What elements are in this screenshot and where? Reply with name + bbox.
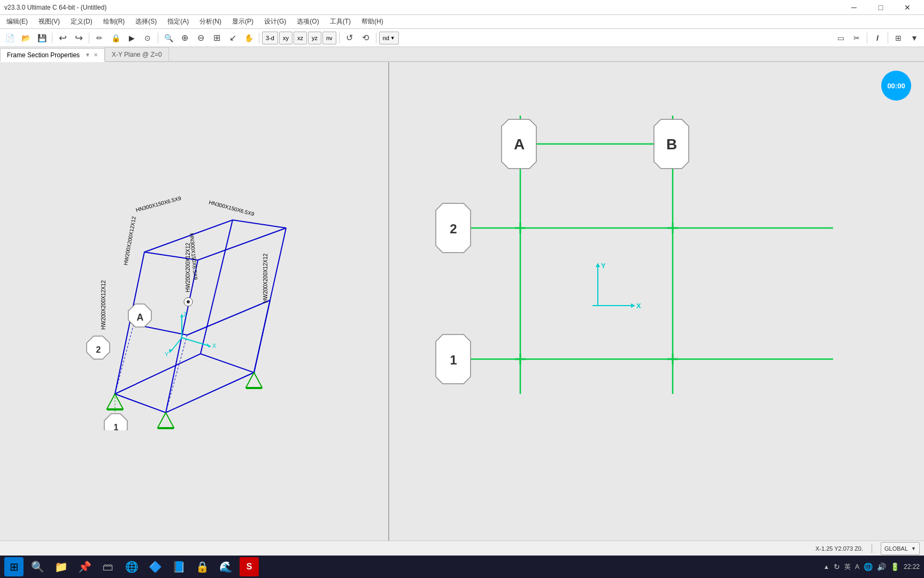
menu-analyze[interactable]: 分析(N) [194, 15, 227, 29]
undo-button[interactable]: ↩ [55, 31, 70, 45]
tray-network-icon[interactable]: 🌐 [864, 562, 873, 571]
play-button[interactable]: ▶ [124, 31, 139, 45]
svg-text:A: A [514, 136, 525, 153]
app2-button[interactable]: 🔒 [192, 557, 212, 576]
coordinates: X-1.25 Y2.073 Z0. [815, 545, 863, 552]
app3-button[interactable]: 🌊 [216, 557, 235, 576]
pan-button[interactable]: ✋ [241, 31, 256, 45]
menu-bar: 编辑(E) 视图(V) 定义(D) 绘制(R) 选择(S) 指定(A) 分析(N… [0, 15, 924, 29]
timer-label: 00:00 [887, 82, 905, 90]
tray-battery-icon[interactable]: 🔋 [890, 562, 899, 571]
svg-text:X: X [636, 302, 641, 310]
lock-button[interactable]: 🔒 [108, 31, 123, 45]
menu-tools[interactable]: 工具(T) [325, 15, 356, 29]
separator-1 [52, 33, 52, 43]
xy-plane-drawing: A B 2 1 Y X [389, 62, 924, 430]
rotate-right-button[interactable]: ⟲ [358, 31, 373, 45]
pin-button[interactable]: 📌 [75, 557, 94, 576]
rotate-left-button[interactable]: ↺ [342, 31, 357, 45]
toolbar: 📄 📂 💾 ↩ ↪ ✏ 🔒 ▶ ⊙ 🔍 ⊕ ⊖ ⊞ ↙ ✋ 3-d xy xz … [0, 29, 924, 47]
open-button[interactable]: 📂 [18, 31, 33, 45]
save-button[interactable]: 💾 [34, 31, 49, 45]
menu-select[interactable]: 选择(S) [130, 15, 162, 29]
text-button[interactable]: I [870, 31, 885, 45]
zoom-in-button[interactable]: ⊕ [177, 31, 192, 45]
zoom-realtime-button[interactable]: 🔍 [161, 31, 176, 45]
svg-text:2: 2 [450, 222, 457, 236]
snap-dropdown[interactable]: nd ▼ [379, 32, 399, 44]
separator-7 [867, 33, 867, 43]
menu-edit[interactable]: 编辑(E) [1, 15, 33, 29]
separator-5 [339, 33, 340, 43]
tray-lang: 英 [844, 562, 851, 572]
tab-expand-icon[interactable]: ▼ [85, 52, 90, 58]
right-panel[interactable]: A B 2 1 Y X 00:00 [389, 62, 924, 541]
menu-view[interactable]: 视图(V) [33, 15, 65, 29]
svg-text:Y: Y [601, 262, 606, 270]
start-button[interactable]: ⊞ [4, 557, 24, 576]
browser2-button[interactable]: 🔷 [145, 557, 165, 576]
maximize-button[interactable]: □ [868, 0, 893, 15]
tab-xy-plane[interactable]: X-Y Plane @ Z=0 [105, 47, 169, 61]
tab-frame-section[interactable]: Frame Section Properties ▼ ✕ [0, 48, 105, 62]
coordinate-system-label: GLOBAL [884, 545, 908, 552]
timer[interactable]: 00:00 [881, 71, 911, 101]
search-taskbar-button[interactable]: 🔍 [28, 557, 47, 576]
view-3d-button[interactable]: 3-d [262, 32, 278, 44]
zoom-out-button[interactable]: ⊖ [193, 31, 208, 45]
browser1-button[interactable]: 🌐 [122, 557, 141, 576]
tab-xy-plane-label: X-Y Plane @ Z=0 [112, 51, 162, 58]
grid-button[interactable]: ⊞ [891, 31, 906, 45]
left-panel[interactable]: HN300X150X6.5X9 HN300X150X6.5X9 HN300X15… [0, 62, 389, 541]
main-content: HN300X150X6.5X9 HN300X150X6.5X9 HN300X15… [0, 62, 924, 541]
view-yz-button[interactable]: yz [308, 32, 321, 44]
new-button[interactable]: 📄 [2, 31, 17, 45]
tray-refresh-icon[interactable]: ↻ [834, 562, 840, 571]
view-xz-button[interactable]: xz [294, 32, 307, 44]
svg-text:Y: Y [165, 351, 169, 358]
menu-assign[interactable]: 指定(A) [162, 15, 194, 29]
redo-button[interactable]: ↪ [71, 31, 86, 45]
svg-text:1: 1 [114, 423, 119, 430]
coordinate-system-dropdown[interactable]: GLOBAL ▼ [881, 542, 920, 555]
zoom-fit-button[interactable]: ⊞ [209, 31, 224, 45]
separator-8 [888, 33, 888, 43]
svg-text:X: X [212, 343, 217, 349]
sap-button[interactable]: S [240, 557, 259, 576]
scissors-button[interactable]: ✂ [849, 31, 864, 45]
files-button[interactable]: 🗃 [98, 557, 118, 576]
circle-button[interactable]: ⊙ [140, 31, 155, 45]
tray-ime: A [855, 563, 859, 571]
system-tray: ▲ ↻ 英 A 🌐 🔊 🔋 22:22 [823, 562, 920, 572]
view-xy-button[interactable]: xy [279, 32, 292, 44]
file-explorer-button[interactable]: 📁 [51, 557, 71, 576]
menu-draw[interactable]: 绘制(R) [98, 15, 130, 29]
view-nv-button[interactable]: nv [322, 32, 336, 44]
tray-time: 22:22 [904, 563, 920, 571]
menu-define[interactable]: 定义(D) [65, 15, 98, 29]
pencil-button[interactable]: ✏ [92, 31, 107, 45]
tray-sound-icon[interactable]: 🔊 [877, 562, 886, 571]
menu-help[interactable]: 帮助(H) [356, 15, 389, 29]
menu-options[interactable]: 选项(O) [291, 15, 324, 29]
zoom-prev-button[interactable]: ↙ [225, 31, 240, 45]
more-button[interactable]: ▼ [907, 31, 922, 45]
rectangle-select-button[interactable]: ▭ [833, 31, 848, 45]
menu-design[interactable]: 设计(G) [259, 15, 291, 29]
taskbar: ⊞ 🔍 📁 📌 🗃 🌐 🔷 📘 🔒 🌊 S ▲ ↻ 英 A 🌐 🔊 🔋 22:2… [0, 556, 924, 578]
tab-frame-section-close[interactable]: ✕ [94, 52, 98, 58]
app1-button[interactable]: 📘 [169, 557, 188, 576]
app-title: v23.3.0 Ultimate C 64-bit - (Untitled) [4, 4, 842, 11]
svg-text:HW200X200X12X12: HW200X200X12X12 [101, 280, 106, 330]
close-button[interactable]: ✕ [895, 0, 920, 15]
tab-bar: Frame Section Properties ▼ ✕ X-Y Plane @… [0, 47, 924, 62]
separator-3 [158, 33, 158, 43]
tray-up-icon[interactable]: ▲ [823, 564, 829, 570]
svg-text:HW200X200X12X12: HW200X200X12X12 [185, 242, 191, 292]
separator-6 [376, 33, 376, 43]
separator-4 [259, 33, 259, 43]
svg-text:HW200X200X12X12: HW200X200X12X12 [263, 253, 268, 303]
svg-text:1: 1 [450, 353, 457, 367]
minimize-button[interactable]: ─ [842, 0, 866, 15]
menu-display[interactable]: 显示(P) [227, 15, 259, 29]
